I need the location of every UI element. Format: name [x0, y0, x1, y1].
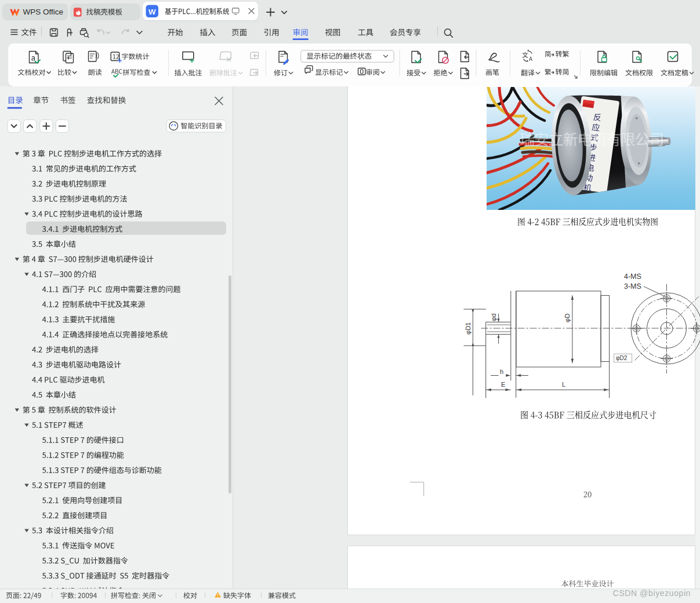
svg-text:W: W [148, 8, 156, 16]
svg-text:CSDN @biyezuopin: CSDN @biyezuopin [613, 589, 691, 598]
